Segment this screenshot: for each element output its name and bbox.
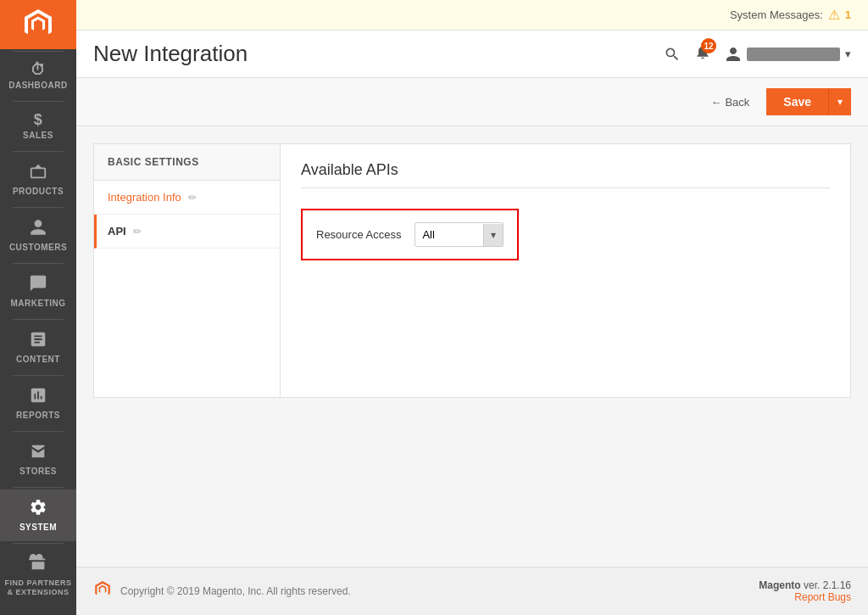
system-icon — [29, 498, 47, 519]
action-bar: ← Back Save ▾ — [76, 78, 868, 126]
reports-icon — [29, 386, 47, 407]
sidebar-item-label: SYSTEM — [19, 523, 57, 533]
sidebar-divider — [13, 263, 64, 264]
notification-button[interactable]: 12 — [694, 43, 711, 64]
sidebar-item-stores[interactable]: STORES — [0, 433, 76, 485]
sidebar-item-label: STORES — [19, 467, 57, 477]
sidebar-divider — [13, 431, 64, 432]
user-name-display — [747, 48, 840, 61]
sidebar-item-label: CUSTOMERS — [9, 243, 67, 253]
footer: Copyright © 2019 Magento, Inc. All right… — [76, 567, 868, 615]
sidebar-divider — [13, 207, 64, 208]
page-header: New Integration 12 ▾ — [76, 31, 868, 78]
system-messages-count: 1 — [845, 8, 851, 21]
find-partners-icon — [29, 554, 47, 575]
sidebar-divider — [13, 487, 64, 488]
sidebar: ⏱ DASHBOARD $ SALES PRODUCTS CUSTOMERS M… — [0, 0, 76, 615]
report-bugs-link[interactable]: Report Bugs — [794, 591, 851, 603]
sidebar-item-marketing[interactable]: MARKETING — [0, 266, 76, 317]
resource-access-dropdown[interactable]: All Custom — [415, 223, 483, 246]
resource-access-box: Resource Access All Custom ▾ — [301, 209, 519, 260]
left-nav-item-integration-info[interactable]: Integration Info ✏ — [94, 181, 280, 215]
sidebar-item-label: SALES — [23, 131, 53, 141]
sidebar-item-content[interactable]: CONTENT — [0, 321, 76, 373]
search-button[interactable] — [664, 46, 681, 63]
content-icon — [29, 330, 47, 351]
user-menu-chevron: ▾ — [845, 48, 851, 60]
notification-badge: 12 — [701, 38, 716, 53]
save-button-group: Save ▾ — [766, 88, 851, 115]
integration-info-label: Integration Info — [108, 191, 181, 204]
sidebar-divider — [13, 151, 64, 152]
footer-copyright: Copyright © 2019 Magento, Inc. All right… — [120, 585, 351, 597]
left-nav-item-api[interactable]: API ✏ — [94, 215, 280, 249]
sidebar-item-label: CONTENT — [16, 355, 60, 365]
resource-access-select[interactable]: All Custom ▾ — [415, 222, 504, 247]
products-icon — [29, 162, 47, 183]
page-title: New Integration — [93, 41, 248, 67]
dashboard-icon: ⏱ — [31, 62, 47, 77]
back-label: Back — [725, 96, 749, 109]
sidebar-item-system[interactable]: SYSTEM — [0, 489, 76, 541]
sidebar-item-label: DASHBOARD — [8, 81, 68, 91]
back-arrow-icon: ← — [710, 96, 721, 109]
sidebar-logo — [0, 0, 76, 49]
sidebar-item-customers[interactable]: CUSTOMERS — [0, 210, 76, 261]
sidebar-item-label: MARKETING — [10, 299, 65, 309]
sidebar-item-sales[interactable]: $ SALES — [0, 103, 76, 149]
sales-icon: $ — [34, 112, 43, 127]
sidebar-item-dashboard[interactable]: ⏱ DASHBOARD — [0, 53, 76, 99]
system-messages-label: System Messages: — [730, 8, 823, 21]
user-menu[interactable]: ▾ — [725, 46, 851, 63]
footer-right: Magento ver. 2.1.16 Report Bugs — [759, 579, 851, 603]
footer-logo — [93, 580, 112, 603]
stores-icon — [29, 442, 47, 463]
sidebar-divider — [13, 101, 64, 102]
sidebar-divider — [13, 543, 64, 544]
sidebar-divider — [13, 375, 64, 376]
content-inner: BASIC SETTINGS Integration Info ✏ API ✏ … — [93, 143, 851, 398]
save-button[interactable]: Save — [766, 88, 829, 115]
footer-left: Copyright © 2019 Magento, Inc. All right… — [93, 580, 351, 603]
sidebar-divider — [13, 51, 64, 52]
marketing-icon — [29, 274, 47, 295]
api-label: API — [108, 225, 126, 238]
content-area: BASIC SETTINGS Integration Info ✏ API ✏ … — [76, 126, 868, 567]
customers-icon — [29, 218, 47, 239]
system-messages-bar: System Messages: ⚠ 1 — [76, 0, 868, 31]
warning-icon: ⚠ — [828, 7, 840, 23]
save-dropdown-button[interactable]: ▾ — [829, 88, 851, 115]
sidebar-item-products[interactable]: PRODUCTS — [0, 154, 76, 205]
main-content: System Messages: ⚠ 1 New Integration 12 … — [76, 0, 868, 615]
back-button[interactable]: ← Back — [700, 89, 760, 115]
edit-icon: ✏ — [188, 192, 197, 204]
right-content: Available APIs Resource Access All Custo… — [281, 144, 850, 397]
sidebar-item-find-partners[interactable]: FIND PARTNERS & EXTENSIONS — [0, 545, 76, 606]
sidebar-item-label: REPORTS — [16, 411, 60, 421]
sidebar-item-reports[interactable]: REPORTS — [0, 377, 76, 429]
sidebar-item-label: FIND PARTNERS & EXTENSIONS — [4, 579, 72, 597]
footer-version-label: Magento — [759, 579, 800, 591]
left-nav: BASIC SETTINGS Integration Info ✏ API ✏ — [94, 144, 281, 397]
left-nav-header: BASIC SETTINGS — [94, 144, 280, 181]
resource-access-label: Resource Access — [316, 228, 401, 241]
available-apis-title: Available APIs — [301, 161, 830, 188]
sidebar-item-label: PRODUCTS — [13, 187, 64, 197]
sidebar-divider — [13, 319, 64, 320]
select-arrow-icon: ▾ — [483, 224, 503, 246]
header-actions: 12 ▾ — [664, 43, 851, 64]
footer-version: ver. 2.1.16 — [804, 579, 851, 591]
edit-icon-api: ✏ — [133, 226, 142, 238]
